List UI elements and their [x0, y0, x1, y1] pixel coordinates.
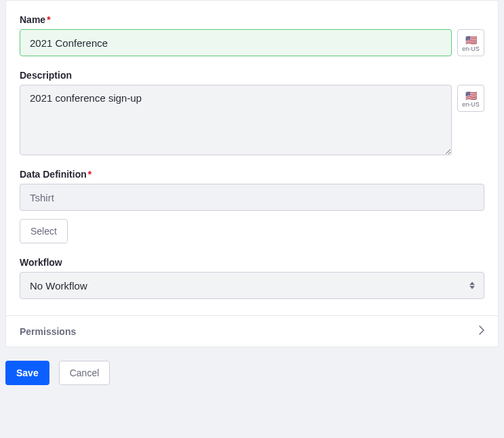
- description-input-row: 2021 conference sign-up 🇺🇸 en-US: [20, 85, 484, 155]
- required-star-icon: *: [47, 14, 50, 25]
- flag-icon: 🇺🇸: [465, 35, 477, 45]
- workflow-label: Workflow: [20, 257, 484, 268]
- name-locale-button[interactable]: 🇺🇸 en-US: [457, 29, 484, 56]
- description-field[interactable]: 2021 conference sign-up: [20, 85, 452, 155]
- form-panel: Name* 🇺🇸 en-US Description 2021 conferen…: [5, 0, 499, 347]
- panel-body: Name* 🇺🇸 en-US Description 2021 conferen…: [6, 1, 498, 315]
- select-button-row: Select: [20, 219, 484, 243]
- name-field[interactable]: [20, 29, 452, 56]
- description-group: Description 2021 conference sign-up 🇺🇸 e…: [20, 70, 484, 155]
- cancel-button[interactable]: Cancel: [59, 361, 110, 385]
- permissions-header[interactable]: Permissions: [6, 316, 498, 346]
- name-label: Name*: [20, 14, 484, 25]
- locale-code-text: en-US: [462, 45, 480, 52]
- description-label: Description: [20, 70, 484, 81]
- data-definition-group: Data Definition* Select: [20, 169, 484, 243]
- locale-code-text: en-US: [462, 101, 480, 108]
- save-button[interactable]: Save: [5, 361, 49, 385]
- data-definition-label: Data Definition*: [20, 169, 484, 180]
- description-locale-button[interactable]: 🇺🇸 en-US: [457, 85, 484, 112]
- required-star-icon: *: [88, 169, 91, 180]
- permissions-title: Permissions: [20, 326, 76, 337]
- permissions-section: Permissions: [6, 315, 498, 346]
- data-definition-field: [20, 184, 484, 211]
- select-button[interactable]: Select: [20, 219, 68, 243]
- chevron-right-icon: [479, 325, 484, 337]
- name-input-row: 🇺🇸 en-US: [20, 29, 484, 56]
- workflow-group: Workflow No Workflow: [20, 257, 484, 299]
- workflow-select-wrapper: No Workflow: [20, 272, 484, 299]
- data-definition-label-text: Data Definition: [20, 169, 87, 180]
- flag-icon: 🇺🇸: [465, 91, 477, 100]
- footer-actions: Save Cancel: [0, 347, 504, 399]
- name-label-text: Name: [20, 14, 45, 25]
- name-group: Name* 🇺🇸 en-US: [20, 14, 484, 56]
- workflow-select[interactable]: No Workflow: [20, 272, 484, 299]
